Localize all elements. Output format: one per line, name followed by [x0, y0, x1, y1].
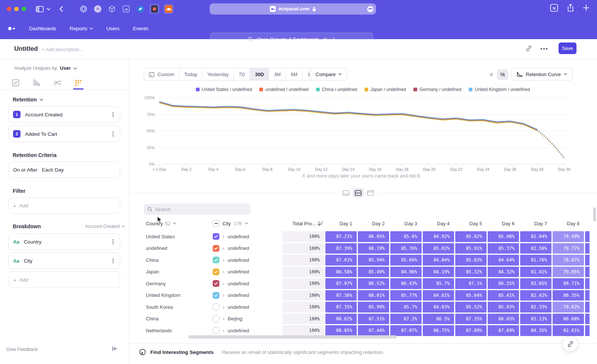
retention-cell[interactable]: 88.62%: [325, 314, 357, 324]
retention-cell[interactable]: 84.96%: [390, 267, 422, 277]
day-header[interactable]: Day 7: [520, 221, 551, 226]
retention-cell[interactable]: 86.19%: [358, 243, 389, 254]
retention-cell[interactable]: 82.56%: [520, 243, 551, 254]
table-search-input[interactable]: [155, 207, 247, 212]
retention-cell[interactable]: 87.69%: [488, 325, 519, 336]
expand-row-icon[interactable]: ›: [223, 269, 224, 274]
expand-row-icon[interactable]: ›: [223, 245, 224, 251]
extension-m-avatar-icon[interactable]: m: [93, 4, 103, 14]
row-checkbox[interactable]: [213, 269, 219, 275]
percent-toggle-button[interactable]: %: [497, 69, 508, 80]
retention-cell[interactable]: 87.01%: [325, 255, 357, 266]
range-3m[interactable]: 3M: [269, 68, 285, 80]
select-all-checkbox[interactable]: [213, 220, 219, 227]
find-segments-row[interactable]: Find Interesting Segments Receive an ema…: [139, 349, 384, 355]
retention-cell[interactable]: 87.07%: [390, 325, 422, 336]
sidebar-toggle-icon[interactable]: [36, 6, 44, 12]
global-search[interactable]: Open Reports & Dashboards ⌘ + K: [210, 33, 373, 46]
legend-item[interactable]: Japan / undefined: [365, 87, 406, 92]
retention-cell[interactable]: 86.03%: [488, 314, 519, 324]
retention-cell[interactable]: 85.64%: [455, 290, 487, 301]
day-header[interactable]: Day 2: [358, 221, 389, 226]
retention-cell[interactable]: 85.08%: [488, 231, 519, 242]
retention-cell[interactable]: 85.6%: [390, 231, 422, 242]
tab-insights[interactable]: [10, 76, 21, 89]
breakdown-card-country[interactable]: Aa Country •••: [8, 233, 120, 250]
retention-cell[interactable]: 86.43%: [390, 278, 422, 289]
save-button[interactable]: Save: [559, 43, 576, 54]
url-bar[interactable]: mixpanel.com •••: [210, 3, 376, 15]
retention-cell[interactable]: 88.85%: [325, 325, 357, 336]
retention-cell[interactable]: 85.94%: [358, 255, 389, 266]
retention-cell[interactable]: 79.77%: [553, 243, 584, 254]
count-toggle-button[interactable]: #: [486, 69, 497, 80]
add-description[interactable]: + Add description...: [42, 47, 83, 52]
url-more-icon[interactable]: •••: [367, 6, 373, 12]
retention-cell[interactable]: 81.76%: [520, 255, 551, 266]
nav-item-dashboards[interactable]: Dashboards: [29, 26, 56, 31]
retention-cell[interactable]: 87.51%: [358, 314, 389, 324]
close-window-button[interactable]: [7, 7, 11, 11]
app-logo[interactable]: [8, 27, 15, 30]
expand-row-icon[interactable]: ›: [223, 257, 224, 263]
retention-cell[interactable]: 86.52%: [358, 278, 389, 289]
day-header[interactable]: Day 8: [553, 221, 584, 226]
extension-bird-icon[interactable]: [135, 4, 145, 14]
retention-cell[interactable]: 85.7%: [423, 278, 454, 289]
legend-item[interactable]: United States / undefined: [196, 87, 252, 92]
minimize-window-button[interactable]: [14, 7, 19, 11]
expand-row-icon[interactable]: ›: [223, 316, 224, 321]
layout-split-icon[interactable]: [353, 188, 364, 198]
retention-line-chart[interactable]: 100%75%50%25%0%< 1 DayDay 2Day 4Day 6Day…: [129, 92, 597, 181]
retention-cell[interactable]: 87.44%: [358, 325, 389, 336]
horizontal-scrollbar[interactable]: [188, 335, 397, 339]
back-button-icon[interactable]: [59, 6, 63, 12]
breakdown-card-city[interactable]: Aa City •••: [8, 252, 120, 269]
retention-cell[interactable]: 85.91%: [455, 243, 487, 254]
retention-cell[interactable]: 78.87%: [553, 255, 584, 266]
retention-cell[interactable]: 85.02%: [423, 243, 454, 254]
retention-cell[interactable]: 85.03%: [488, 302, 519, 313]
tab-retention[interactable]: [73, 76, 84, 89]
extension-ring-icon[interactable]: [79, 4, 88, 14]
retention-cell[interactable]: 86.75%: [423, 325, 454, 336]
country-column-header[interactable]: Country 52: [144, 221, 213, 226]
range-custom[interactable]: Custom: [144, 68, 179, 80]
retention-cell[interactable]: 84.83%: [423, 302, 454, 313]
retention-cell[interactable]: 84.64%: [488, 255, 519, 266]
breakdown-kebab-icon[interactable]: •••: [111, 239, 115, 245]
day-header[interactable]: Day 3: [390, 221, 422, 226]
retention-cell[interactable]: 84.81%: [423, 290, 454, 301]
table-search[interactable]: [144, 204, 250, 215]
criteria-card[interactable]: On or After Each Day: [8, 161, 120, 178]
breakdown-event-selector[interactable]: Account Created: [85, 224, 125, 229]
retention-cell[interactable]: 87.36%: [325, 290, 357, 301]
row-checkbox[interactable]: [213, 292, 219, 299]
retention-cell[interactable]: 82.04%: [520, 231, 551, 242]
row-checkbox[interactable]: [213, 316, 219, 322]
retention-cell[interactable]: 82.61%: [553, 325, 584, 336]
row-checkbox[interactable]: [213, 304, 219, 310]
retention-cell[interactable]: 80.68%: [553, 314, 584, 324]
retention-cell[interactable]: 79.05%: [553, 267, 584, 277]
step-kebab-icon[interactable]: •••: [111, 112, 115, 117]
share-icon[interactable]: [567, 4, 574, 12]
retention-cell[interactable]: 87.2%: [390, 314, 422, 324]
extension-cube-icon[interactable]: [107, 4, 117, 14]
retention-cell[interactable]: 79.49%: [553, 231, 584, 242]
row-checkbox[interactable]: [213, 280, 219, 287]
row-checkbox[interactable]: [213, 233, 219, 240]
expand-row-icon[interactable]: ›: [223, 304, 224, 310]
retention-cell[interactable]: 85.41%: [488, 290, 519, 301]
retention-cell[interactable]: 85.37%: [488, 243, 519, 254]
breakdown-kebab-icon[interactable]: •••: [111, 258, 115, 264]
retention-cell[interactable]: 87.35%: [455, 314, 487, 324]
compare-button[interactable]: Compare: [310, 68, 347, 81]
tab-funnels[interactable]: [31, 76, 42, 89]
legend-item[interactable]: China / undefined: [316, 87, 357, 92]
legend-item[interactable]: Germany / undefined: [413, 87, 461, 92]
retention-cell[interactable]: 84.19%: [423, 267, 454, 277]
legend-item[interactable]: undefined / undefined: [259, 87, 308, 92]
retention-cell[interactable]: 80.71%: [553, 278, 584, 289]
report-title[interactable]: Untitled: [14, 45, 38, 53]
